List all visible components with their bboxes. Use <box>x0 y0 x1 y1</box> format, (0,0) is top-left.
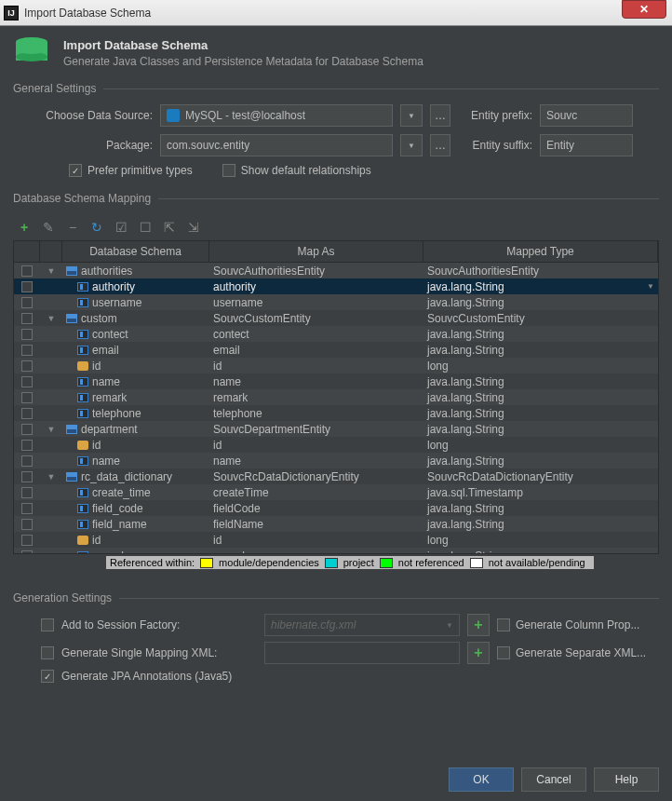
row-checkbox[interactable] <box>21 519 33 530</box>
data-source-dropdown-icon[interactable]: ▼ <box>400 104 423 127</box>
map-as-cell[interactable]: name <box>209 375 423 388</box>
table-row[interactable]: field_codefieldCodejava.lang.String <box>14 500 658 516</box>
help-button[interactable]: Help <box>594 767 659 792</box>
close-button[interactable]: ✕ <box>622 0 666 19</box>
map-as-cell[interactable]: fieldName <box>209 518 423 531</box>
session-factory-combo[interactable]: hibernate.cfg.xml▼ <box>264 614 460 636</box>
deselect-all-icon[interactable]: ☐ <box>138 220 153 235</box>
map-as-cell[interactable]: email <box>209 344 423 357</box>
prefer-primitive-checkbox[interactable] <box>69 164 82 177</box>
table-row[interactable]: namenamejava.lang.String <box>14 453 658 468</box>
table-row[interactable]: ididlong <box>14 358 658 373</box>
table-row[interactable]: remarkremarkjava.lang.String <box>14 548 658 553</box>
row-checkbox[interactable] <box>21 424 33 435</box>
row-checkbox[interactable] <box>21 440 33 451</box>
map-as-cell[interactable]: SouvcCustomEntity <box>209 312 423 325</box>
map-as-cell[interactable]: authority <box>209 280 423 293</box>
table-row[interactable]: ididlong <box>14 437 658 453</box>
single-mapping-checkbox[interactable] <box>41 646 54 659</box>
row-checkbox[interactable] <box>21 297 33 308</box>
refresh-icon[interactable]: ↻ <box>89 220 104 235</box>
cancel-button[interactable]: Cancel <box>521 767 586 792</box>
map-as-cell[interactable]: name <box>209 455 423 468</box>
mapped-type-cell[interactable]: java.lang.String <box>423 502 658 515</box>
row-checkbox[interactable] <box>21 265 33 277</box>
table-row[interactable]: ▼rc_data_dictionarySouvcRcDataDictionary… <box>14 468 658 484</box>
column-props-checkbox[interactable] <box>497 618 510 631</box>
table-row[interactable]: ▼customSouvcCustomEntitySouvcCustomEntit… <box>14 310 658 326</box>
mapped-type-cell[interactable]: java.lang.String <box>423 455 658 468</box>
row-checkbox[interactable] <box>21 550 33 554</box>
map-as-cell[interactable]: remark <box>209 391 423 404</box>
mapped-type-cell[interactable]: java.lang.String <box>423 518 658 531</box>
table-row[interactable]: authorityauthorityjava.lang.String▼ <box>14 278 658 294</box>
mapped-type-cell[interactable]: java.lang.String <box>423 328 658 341</box>
map-as-cell[interactable]: id <box>209 534 423 547</box>
expand-toggle[interactable]: ▼ <box>40 266 62 276</box>
data-source-browse-button[interactable]: … <box>430 104 450 127</box>
mapped-type-cell[interactable]: SouvcCustomEntity <box>423 312 658 325</box>
map-as-cell[interactable]: createTime <box>209 486 423 499</box>
select-all-icon[interactable]: ☑ <box>114 220 128 235</box>
expand-all-icon[interactable]: ⇱ <box>162 220 177 235</box>
table-row[interactable]: ▼departmentSouvcDepartmentEntityjava.lan… <box>14 421 658 437</box>
mapped-type-cell[interactable]: long <box>423 534 658 547</box>
mapped-type-cell[interactable]: java.lang.String <box>423 550 658 554</box>
row-checkbox[interactable] <box>21 376 33 387</box>
table-row[interactable]: create_timecreateTimejava.sql.Timestamp <box>14 484 658 500</box>
package-combo[interactable]: com.souvc.entity <box>160 134 393 156</box>
mapped-type-cell[interactable]: java.lang.String <box>423 375 658 388</box>
map-as-cell[interactable]: contect <box>209 328 423 341</box>
chevron-down-icon[interactable]: ▼ <box>647 282 654 291</box>
row-checkbox[interactable] <box>21 503 33 514</box>
row-checkbox[interactable] <box>21 360 33 372</box>
session-factory-add-button[interactable]: + <box>467 614 490 636</box>
jpa-checkbox[interactable] <box>41 670 54 683</box>
map-as-cell[interactable]: SouvcAuthoritiesEntity <box>209 265 423 278</box>
mapped-type-cell[interactable]: java.lang.String▼ <box>423 280 658 293</box>
collapse-all-icon[interactable]: ⇲ <box>186 220 201 235</box>
edit-icon[interactable]: ✎ <box>41 220 56 235</box>
data-source-combo[interactable]: MySQL - test@localhost <box>160 104 393 127</box>
table-row[interactable]: field_namefieldNamejava.lang.String <box>14 516 658 532</box>
session-factory-checkbox[interactable] <box>41 618 54 631</box>
map-as-cell[interactable]: SouvcDepartmentEntity <box>209 423 423 436</box>
map-as-cell[interactable]: remark <box>209 550 423 554</box>
header-map[interactable]: Map As <box>209 241 423 262</box>
table-row[interactable]: remarkremarkjava.lang.String <box>14 389 658 405</box>
header-type[interactable]: Mapped Type <box>423 241 658 262</box>
mapped-type-cell[interactable]: java.lang.String <box>423 391 658 404</box>
row-checkbox[interactable] <box>21 392 33 403</box>
table-row[interactable]: ▼authoritiesSouvcAuthoritiesEntitySouvcA… <box>14 263 658 278</box>
single-mapping-add-button[interactable]: + <box>467 642 490 664</box>
mapped-type-cell[interactable]: java.lang.String <box>423 423 658 436</box>
package-browse-button[interactable]: … <box>430 134 450 156</box>
ok-button[interactable]: OK <box>449 767 514 792</box>
package-dropdown-icon[interactable]: ▼ <box>400 134 423 156</box>
row-checkbox[interactable] <box>21 408 33 419</box>
table-row[interactable]: telephonetelephonejava.lang.String <box>14 405 658 421</box>
expand-toggle[interactable]: ▼ <box>40 472 62 482</box>
map-as-cell[interactable]: id <box>209 360 423 373</box>
table-row[interactable]: ididlong <box>14 532 658 548</box>
table-row[interactable]: emailemailjava.lang.String <box>14 342 658 358</box>
map-as-cell[interactable]: SouvcRcDataDictionaryEntity <box>209 470 423 483</box>
row-checkbox[interactable] <box>21 281 33 292</box>
row-checkbox[interactable] <box>21 471 33 482</box>
mapped-type-cell[interactable]: java.lang.StringSouvcCustomEntity <box>423 296 658 309</box>
show-relationships-checkbox[interactable] <box>222 164 235 177</box>
map-as-cell[interactable]: username <box>209 296 423 309</box>
row-checkbox[interactable] <box>21 535 33 546</box>
table-row[interactable]: contectcontectjava.lang.String <box>14 326 658 342</box>
mapped-type-cell[interactable]: SouvcAuthoritiesEntity <box>423 265 658 278</box>
mapped-type-cell[interactable]: long <box>423 439 658 452</box>
entity-suffix-input[interactable]: Entity <box>540 134 633 156</box>
row-checkbox[interactable] <box>21 313 33 324</box>
mapped-type-cell[interactable]: java.lang.String <box>423 344 658 357</box>
row-checkbox[interactable] <box>21 487 33 498</box>
row-checkbox[interactable] <box>21 345 33 356</box>
mapped-type-cell[interactable]: SouvcRcDataDictionaryEntity <box>423 470 658 483</box>
mapped-type-cell[interactable]: java.sql.Timestamp <box>423 486 658 499</box>
separate-xml-checkbox[interactable] <box>497 646 510 659</box>
mapped-type-cell[interactable]: long <box>423 360 658 373</box>
